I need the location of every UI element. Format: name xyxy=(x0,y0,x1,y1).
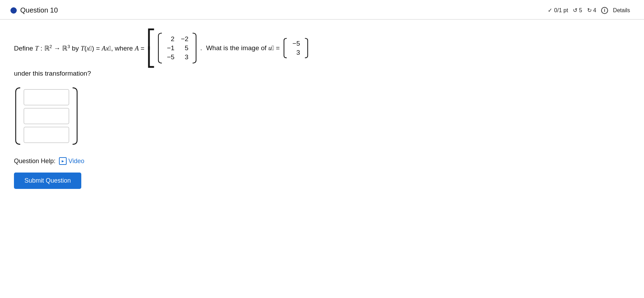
score-check-icon: ✓ xyxy=(548,7,552,14)
matrix-cell-0-1: −2 xyxy=(180,35,188,43)
answer-input-1[interactable] xyxy=(24,108,69,124)
matrix-u-right-bracket-visual xyxy=(303,38,310,59)
matrix-cell-1-0: −1 xyxy=(166,44,174,52)
redo-arrow: ↻ xyxy=(587,7,592,13)
answer-matrix xyxy=(14,86,79,146)
matrix-u: −5 3 xyxy=(282,38,310,59)
info-icon[interactable]: i xyxy=(601,7,608,14)
page: Question 10 ✓ 0/1 pt ↺ 5 ↻ 4 i Details xyxy=(0,0,644,298)
video-link[interactable]: ► Video xyxy=(59,157,84,165)
undo-arrow: ↺ xyxy=(573,7,577,13)
question-body: Define T : ℝ2 → ℝ3 by T(x⃗) = Ax⃗, where… xyxy=(0,20,644,196)
separator-dot: . xyxy=(200,44,202,52)
question-label: Question 10 xyxy=(20,6,58,14)
score-text: 0/1 pt xyxy=(554,7,568,14)
matrix-cell-0-0: 2 xyxy=(166,35,174,43)
undo-icon[interactable]: ↺ 5 xyxy=(573,7,582,14)
details-link[interactable]: Details xyxy=(613,7,630,14)
define-text: Define T : ℝ2 → ℝ3 by T(x⃗) = Ax⃗, where… xyxy=(14,44,144,52)
image-text: What is the image of u⃗ = xyxy=(204,44,280,52)
matrix-u-left-bracket-visual xyxy=(282,38,289,59)
answer-bracket-right xyxy=(71,86,79,146)
matrix-A: ⎡⎣ 2 −2 −1 5 −5 3 xyxy=(147,30,198,66)
matrix-cell-2-0: −5 xyxy=(166,53,174,61)
status-dot xyxy=(10,7,17,14)
matrix-A-left-bracket-visual xyxy=(156,32,164,64)
matrix-cell-2-1: 3 xyxy=(180,53,188,61)
question-help: Question Help: ► Video xyxy=(14,157,630,165)
question-header: Question 10 ✓ 0/1 pt ↺ 5 ↻ 4 i Details xyxy=(0,0,644,20)
undo-count: 5 xyxy=(579,7,582,13)
header-right: ✓ 0/1 pt ↺ 5 ↻ 4 i Details xyxy=(548,7,630,14)
answer-inputs-container xyxy=(22,86,70,146)
under-text: under this transformation? xyxy=(14,70,630,77)
matrix-u-row-1: 3 xyxy=(292,49,300,56)
redo-icon[interactable]: ↻ 4 xyxy=(587,7,596,14)
matrix-A-right-bracket-visual xyxy=(190,32,198,64)
matrix-u-content: −5 3 xyxy=(290,39,302,57)
play-icon: ► xyxy=(59,157,67,165)
question-help-label: Question Help: xyxy=(14,158,55,165)
question-title: Question 10 xyxy=(10,6,58,14)
matrix-A-bracket-left: ⎡⎣ xyxy=(147,30,156,66)
submit-button[interactable]: Submit Question xyxy=(14,173,81,189)
matrix-u-row-0: −5 xyxy=(292,40,300,47)
answer-input-0[interactable] xyxy=(24,89,69,105)
matrix-cell-1-1: 5 xyxy=(180,44,188,52)
score-display: ✓ 0/1 pt xyxy=(548,7,568,14)
answer-bracket-left xyxy=(14,86,22,146)
redo-count: 4 xyxy=(593,7,596,13)
answer-input-2[interactable] xyxy=(24,127,69,143)
video-label: Video xyxy=(68,158,84,165)
math-statement: Define T : ℝ2 → ℝ3 by T(x⃗) = Ax⃗, where… xyxy=(14,30,630,66)
matrix-A-content: 2 −2 −1 5 −5 3 xyxy=(165,35,190,62)
